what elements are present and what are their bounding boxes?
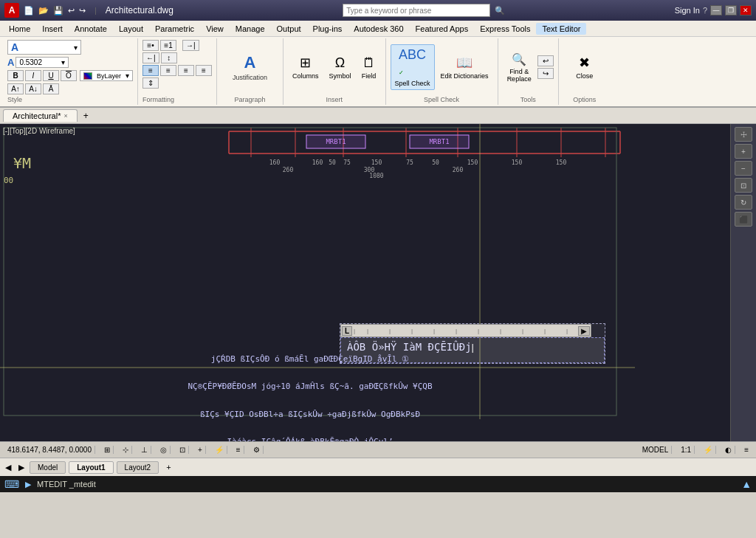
bullets-button[interactable]: ≡•	[142, 40, 159, 51]
height-value: 0.5302	[19, 58, 42, 66]
close-button[interactable]: ✕	[740, 5, 752, 15]
minimize-button[interactable]: —	[710, 5, 722, 15]
menu-a360[interactable]: Autodesk 360	[348, 23, 409, 35]
menu-annotate[interactable]: Annotate	[69, 23, 113, 35]
line-spacing-button[interactable]: ⇕	[142, 77, 159, 89]
zoom-extents-button[interactable]: ⊡	[735, 178, 752, 193]
signin-label[interactable]: Sign In	[675, 6, 700, 15]
coords-display: 418.6147, 8.4487, 0.0000	[4, 446, 95, 454]
menu-texteditor[interactable]: Text Editor	[536, 23, 586, 35]
command-input[interactable]	[37, 480, 735, 489]
qprops-button[interactable]: ⚙	[250, 446, 264, 454]
undo-redo-group: ↩ ↪	[537, 55, 554, 79]
menu-manage[interactable]: Manage	[230, 23, 271, 35]
polar-button[interactable]: ◎	[157, 446, 171, 454]
layout1-tab[interactable]: Layout1	[69, 461, 113, 474]
command-expand-button[interactable]: ▲	[741, 478, 752, 490]
doc-tab-close[interactable]: ×	[63, 112, 67, 120]
menu-featured[interactable]: Featured Apps	[410, 23, 475, 35]
help-icon[interactable]: ?	[703, 6, 707, 15]
isolate-button[interactable]: ◐	[722, 446, 735, 454]
bold-button[interactable]: B	[7, 70, 24, 81]
ruler-right-button[interactable]: ▶	[578, 326, 590, 336]
search-icon[interactable]: 🔍	[495, 6, 505, 15]
menu-home[interactable]: Home	[3, 23, 36, 35]
grid-button[interactable]: ⊞	[101, 446, 114, 454]
search-bar[interactable]	[343, 4, 490, 17]
height-a-icon: A	[7, 57, 14, 68]
title-right: Sign In ? — ❐ ✕	[675, 5, 752, 15]
new-tab-button[interactable]: +	[79, 109, 93, 123]
spell-buttons: ABC✓ Spell Check 📖 Edit Dictionaries	[391, 40, 493, 94]
restore-button[interactable]: ❐	[725, 5, 737, 15]
close-editor-button[interactable]: ✖ Close	[571, 52, 597, 83]
command-prefix: ▶	[25, 480, 31, 489]
open-icon[interactable]: 📂	[38, 6, 49, 15]
text-style-dropdown[interactable]: A ▾	[7, 40, 81, 55]
redo-icon[interactable]: ↪	[79, 6, 86, 15]
indent-more-button[interactable]: →|	[182, 40, 199, 51]
clear-format-button[interactable]: Ā	[43, 83, 59, 94]
new-icon[interactable]: 📄	[24, 6, 34, 15]
columns-button[interactable]: ⊞ Columns	[288, 52, 323, 83]
app-logo: A	[4, 3, 19, 18]
italic-button[interactable]: I	[25, 70, 41, 81]
title-filename: Architectural.dwg	[106, 5, 173, 15]
save-icon[interactable]: 💾	[53, 6, 63, 15]
osnap-button[interactable]: ⊡	[176, 446, 189, 454]
align-justify-button[interactable]: ≡	[196, 65, 212, 76]
find-replace-button[interactable]: 🔍 Find & Replace	[503, 49, 536, 86]
model-tab[interactable]: Model	[30, 461, 66, 474]
menu-view[interactable]: View	[200, 23, 230, 35]
prev-tab-button[interactable]: ◀	[3, 463, 13, 472]
zoom-out-button[interactable]: −	[735, 161, 752, 176]
undo-icon[interactable]: ↩	[68, 6, 75, 15]
size-down-button[interactable]: A↓	[25, 83, 41, 94]
ortho-button[interactable]: ⊥	[138, 446, 151, 454]
menu-express[interactable]: Express Tools	[474, 23, 536, 35]
menu-layout[interactable]: Layout	[113, 23, 149, 35]
ruler-track[interactable]: | | | | | | | | | | | |	[352, 325, 578, 336]
align-center-button[interactable]: ≡	[160, 65, 176, 76]
doc-tab-architectural[interactable]: Architectural* ×	[3, 109, 78, 122]
edit-dict-button[interactable]: 📖 Edit Dictionaries	[436, 52, 493, 83]
hardware-accel-button[interactable]: ⚡	[701, 446, 716, 454]
align-right-button[interactable]: ≡	[178, 65, 194, 76]
underline-button[interactable]: U	[43, 70, 59, 81]
encoded-text-block: jÇŔDB ßIÇsÔÐ ó ßmáĒl gaÐŒÐÇeïBgID åvĪl ①…	[103, 353, 517, 441]
next-tab-button[interactable]: ▶	[16, 463, 27, 472]
field-button[interactable]: 🗒 Field	[357, 52, 381, 83]
layout2-tab[interactable]: Layout2	[117, 461, 159, 474]
indent-less-button[interactable]: ←|	[142, 52, 159, 63]
otrack-button[interactable]: +	[195, 446, 206, 454]
canvas-area[interactable]: [-][Top][2D Wireframe] MRBT1 MRBT1 160	[0, 124, 730, 441]
menu-insert[interactable]: Insert	[36, 23, 69, 35]
size-up-button[interactable]: A↑	[7, 83, 24, 94]
search-input[interactable]	[346, 7, 487, 15]
orbit-button[interactable]: ↻	[735, 195, 752, 210]
command-icon: ⌨	[4, 478, 19, 490]
customize-button[interactable]: ≡	[741, 446, 752, 454]
overline-button[interactable]: O	[61, 70, 77, 81]
align-left-button[interactable]: ≡	[142, 65, 159, 76]
lineweight-button[interactable]: ≡	[233, 446, 244, 454]
redo-button[interactable]: ↪	[537, 68, 554, 79]
pan-button[interactable]: ☩	[735, 127, 752, 142]
view-cube-button[interactable]: ⬛	[735, 212, 752, 227]
menu-parametric[interactable]: Parametric	[149, 23, 200, 35]
spacing-button[interactable]: ↕	[161, 52, 177, 63]
undo-button[interactable]: ↩	[537, 55, 554, 66]
dynin-button[interactable]: ⚡	[212, 446, 227, 454]
svg-text:¥M: ¥M	[13, 154, 31, 172]
menu-output[interactable]: Output	[271, 23, 307, 35]
symbol-button[interactable]: Ω Symbol	[325, 52, 356, 83]
numbers-button[interactable]: ≡1	[160, 40, 176, 51]
spell-check-button[interactable]: ABC✓ Spell Check	[391, 44, 435, 90]
zoom-in-button[interactable]: +	[735, 144, 752, 159]
add-layout-button[interactable]: +	[162, 461, 175, 473]
text-height-dropdown[interactable]: 0.5302 ▾	[16, 57, 69, 68]
snap-button[interactable]: ⊹	[120, 446, 132, 454]
color-dropdown[interactable]: ByLayer ▾	[80, 70, 133, 81]
viewport-scale[interactable]: 1:1	[678, 446, 695, 454]
menu-plugins[interactable]: Plug-ins	[307, 23, 348, 35]
